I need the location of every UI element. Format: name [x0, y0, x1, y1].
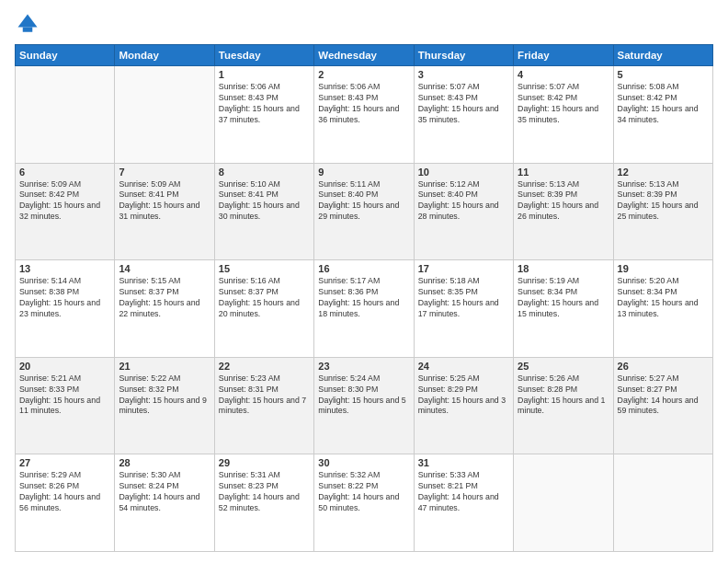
day-number: 20 — [19, 361, 110, 372]
calendar-cell: 27Sunrise: 5:29 AM Sunset: 8:26 PM Dayli… — [16, 454, 115, 552]
calendar-cell: 15Sunrise: 5:16 AM Sunset: 8:37 PM Dayli… — [214, 260, 313, 358]
logo — [15, 11, 44, 37]
cell-info: Sunrise: 5:06 AM Sunset: 8:43 PM Dayligh… — [219, 82, 310, 126]
cell-info: Sunrise: 5:21 AM Sunset: 8:33 PM Dayligh… — [19, 373, 110, 418]
day-header-saturday: Saturday — [613, 45, 712, 66]
calendar-cell: 25Sunrise: 5:26 AM Sunset: 8:28 PM Dayli… — [514, 357, 613, 454]
day-number: 3 — [418, 69, 509, 80]
day-number: 21 — [119, 361, 210, 372]
svg-marker-0 — [18, 15, 38, 28]
day-number: 16 — [318, 263, 409, 274]
calendar-cell: 6Sunrise: 5:09 AM Sunset: 8:42 PM Daylig… — [16, 163, 115, 260]
day-number: 10 — [418, 167, 509, 178]
calendar-cell: 26Sunrise: 5:27 AM Sunset: 8:27 PM Dayli… — [613, 357, 712, 454]
days-header-row: SundayMondayTuesdayWednesdayThursdayFrid… — [16, 45, 713, 66]
calendar-cell: 31Sunrise: 5:33 AM Sunset: 8:21 PM Dayli… — [414, 454, 513, 552]
day-number: 11 — [518, 167, 609, 178]
day-number: 19 — [618, 263, 709, 274]
calendar-cell — [16, 66, 115, 164]
calendar-cell: 19Sunrise: 5:20 AM Sunset: 8:34 PM Dayli… — [613, 260, 712, 358]
cell-info: Sunrise: 5:16 AM Sunset: 8:37 PM Dayligh… — [219, 276, 310, 320]
calendar-cell: 30Sunrise: 5:32 AM Sunset: 8:22 PM Dayli… — [314, 454, 414, 552]
cell-info: Sunrise: 5:19 AM Sunset: 8:34 PM Dayligh… — [518, 276, 609, 320]
cell-info: Sunrise: 5:26 AM Sunset: 8:28 PM Dayligh… — [518, 373, 609, 418]
calendar: SundayMondayTuesdayWednesdayThursdayFrid… — [15, 44, 713, 552]
cell-info: Sunrise: 5:30 AM Sunset: 8:24 PM Dayligh… — [119, 470, 210, 514]
cell-info: Sunrise: 5:09 AM Sunset: 8:41 PM Dayligh… — [119, 179, 210, 224]
cell-info: Sunrise: 5:15 AM Sunset: 8:37 PM Dayligh… — [119, 276, 210, 320]
cell-info: Sunrise: 5:11 AM Sunset: 8:40 PM Dayligh… — [318, 179, 409, 224]
day-header-wednesday: Wednesday — [314, 45, 414, 66]
calendar-cell: 14Sunrise: 5:15 AM Sunset: 8:37 PM Dayli… — [115, 260, 214, 358]
week-row-4: 20Sunrise: 5:21 AM Sunset: 8:33 PM Dayli… — [16, 357, 713, 454]
day-header-thursday: Thursday — [414, 45, 513, 66]
calendar-cell: 11Sunrise: 5:13 AM Sunset: 8:39 PM Dayli… — [514, 163, 613, 260]
day-number: 4 — [518, 69, 609, 80]
day-number: 25 — [518, 361, 609, 372]
calendar-cell: 23Sunrise: 5:24 AM Sunset: 8:30 PM Dayli… — [314, 357, 414, 454]
day-number: 13 — [19, 263, 110, 274]
calendar-cell: 18Sunrise: 5:19 AM Sunset: 8:34 PM Dayli… — [514, 260, 613, 358]
calendar-cell: 24Sunrise: 5:25 AM Sunset: 8:29 PM Dayli… — [414, 357, 513, 454]
week-row-3: 13Sunrise: 5:14 AM Sunset: 8:38 PM Dayli… — [16, 260, 713, 358]
calendar-cell — [613, 454, 712, 552]
day-number: 9 — [318, 167, 409, 178]
calendar-cell: 13Sunrise: 5:14 AM Sunset: 8:38 PM Dayli… — [16, 260, 115, 358]
calendar-cell: 20Sunrise: 5:21 AM Sunset: 8:33 PM Dayli… — [16, 357, 115, 454]
day-number: 1 — [219, 69, 310, 80]
cell-info: Sunrise: 5:25 AM Sunset: 8:29 PM Dayligh… — [418, 373, 509, 418]
day-number: 15 — [219, 263, 310, 274]
cell-info: Sunrise: 5:29 AM Sunset: 8:26 PM Dayligh… — [19, 470, 110, 514]
day-number: 26 — [618, 361, 709, 372]
header — [15, 11, 713, 37]
day-header-sunday: Sunday — [16, 45, 115, 66]
day-number: 7 — [119, 167, 210, 178]
cell-info: Sunrise: 5:17 AM Sunset: 8:36 PM Dayligh… — [318, 276, 409, 320]
cell-info: Sunrise: 5:06 AM Sunset: 8:43 PM Dayligh… — [318, 82, 409, 126]
calendar-cell — [115, 66, 214, 164]
day-number: 27 — [19, 457, 110, 468]
week-row-1: 1Sunrise: 5:06 AM Sunset: 8:43 PM Daylig… — [16, 66, 713, 164]
cell-info: Sunrise: 5:07 AM Sunset: 8:42 PM Dayligh… — [518, 82, 609, 126]
page: SundayMondayTuesdayWednesdayThursdayFrid… — [0, 0, 728, 563]
cell-info: Sunrise: 5:18 AM Sunset: 8:35 PM Dayligh… — [418, 276, 509, 320]
cell-info: Sunrise: 5:31 AM Sunset: 8:23 PM Dayligh… — [219, 470, 310, 514]
cell-info: Sunrise: 5:27 AM Sunset: 8:27 PM Dayligh… — [618, 373, 709, 418]
cell-info: Sunrise: 5:14 AM Sunset: 8:38 PM Dayligh… — [19, 276, 110, 320]
calendar-cell: 2Sunrise: 5:06 AM Sunset: 8:43 PM Daylig… — [314, 66, 414, 164]
cell-info: Sunrise: 5:22 AM Sunset: 8:32 PM Dayligh… — [119, 373, 210, 418]
calendar-cell: 7Sunrise: 5:09 AM Sunset: 8:41 PM Daylig… — [115, 163, 214, 260]
day-number: 14 — [119, 263, 210, 274]
day-number: 31 — [418, 457, 509, 468]
day-number: 6 — [19, 167, 110, 178]
week-row-2: 6Sunrise: 5:09 AM Sunset: 8:42 PM Daylig… — [16, 163, 713, 260]
calendar-cell: 21Sunrise: 5:22 AM Sunset: 8:32 PM Dayli… — [115, 357, 214, 454]
calendar-cell: 17Sunrise: 5:18 AM Sunset: 8:35 PM Dayli… — [414, 260, 513, 358]
day-header-tuesday: Tuesday — [214, 45, 313, 66]
calendar-cell: 28Sunrise: 5:30 AM Sunset: 8:24 PM Dayli… — [115, 454, 214, 552]
cell-info: Sunrise: 5:24 AM Sunset: 8:30 PM Dayligh… — [318, 373, 409, 418]
day-number: 23 — [318, 361, 409, 372]
calendar-cell: 4Sunrise: 5:07 AM Sunset: 8:42 PM Daylig… — [514, 66, 613, 164]
calendar-cell: 16Sunrise: 5:17 AM Sunset: 8:36 PM Dayli… — [314, 260, 414, 358]
calendar-cell — [514, 454, 613, 552]
calendar-cell: 29Sunrise: 5:31 AM Sunset: 8:23 PM Dayli… — [214, 454, 313, 552]
calendar-cell: 8Sunrise: 5:10 AM Sunset: 8:41 PM Daylig… — [214, 163, 313, 260]
cell-info: Sunrise: 5:10 AM Sunset: 8:41 PM Dayligh… — [219, 179, 310, 224]
cell-info: Sunrise: 5:12 AM Sunset: 8:40 PM Dayligh… — [418, 179, 509, 224]
cell-info: Sunrise: 5:09 AM Sunset: 8:42 PM Dayligh… — [19, 179, 110, 224]
calendar-cell: 3Sunrise: 5:07 AM Sunset: 8:43 PM Daylig… — [414, 66, 513, 164]
cell-info: Sunrise: 5:32 AM Sunset: 8:22 PM Dayligh… — [318, 470, 409, 514]
calendar-cell: 1Sunrise: 5:06 AM Sunset: 8:43 PM Daylig… — [214, 66, 313, 164]
cell-info: Sunrise: 5:13 AM Sunset: 8:39 PM Dayligh… — [618, 179, 709, 224]
day-number: 28 — [119, 457, 210, 468]
calendar-cell: 12Sunrise: 5:13 AM Sunset: 8:39 PM Dayli… — [613, 163, 712, 260]
day-number: 8 — [219, 167, 310, 178]
day-number: 2 — [318, 69, 409, 80]
calendar-cell: 22Sunrise: 5:23 AM Sunset: 8:31 PM Dayli… — [214, 357, 313, 454]
logo-icon — [15, 11, 40, 37]
day-number: 12 — [618, 167, 709, 178]
cell-info: Sunrise: 5:08 AM Sunset: 8:42 PM Dayligh… — [618, 82, 709, 126]
calendar-cell: 9Sunrise: 5:11 AM Sunset: 8:40 PM Daylig… — [314, 163, 414, 260]
day-number: 17 — [418, 263, 509, 274]
